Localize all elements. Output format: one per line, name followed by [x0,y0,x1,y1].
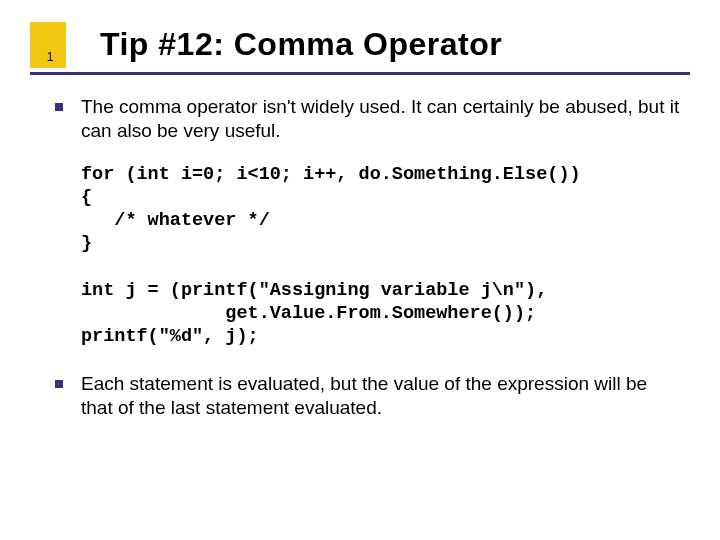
bullet-marker-icon [55,103,63,111]
bullet-text: Each statement is evaluated, but the val… [81,372,680,420]
bullet-text: The comma operator isn't widely used. It… [81,95,680,143]
slide-title: Tip #12: Comma Operator [100,26,502,63]
bullet-item: Each statement is evaluated, but the val… [55,372,680,420]
bullet-item: The comma operator isn't widely used. It… [55,95,680,143]
title-underline [30,72,690,75]
bullet-marker-icon [55,380,63,388]
slide: 1 Tip #12: Comma Operator The comma oper… [0,0,720,540]
code-block-1: for (int i=0; i<10; i++, do.Something.El… [81,163,680,256]
code-block-2: int j = (printf("Assigning variable j\n"… [81,279,680,348]
page-number: 1 [42,50,58,64]
slide-content: The comma operator isn't widely used. It… [55,95,680,440]
